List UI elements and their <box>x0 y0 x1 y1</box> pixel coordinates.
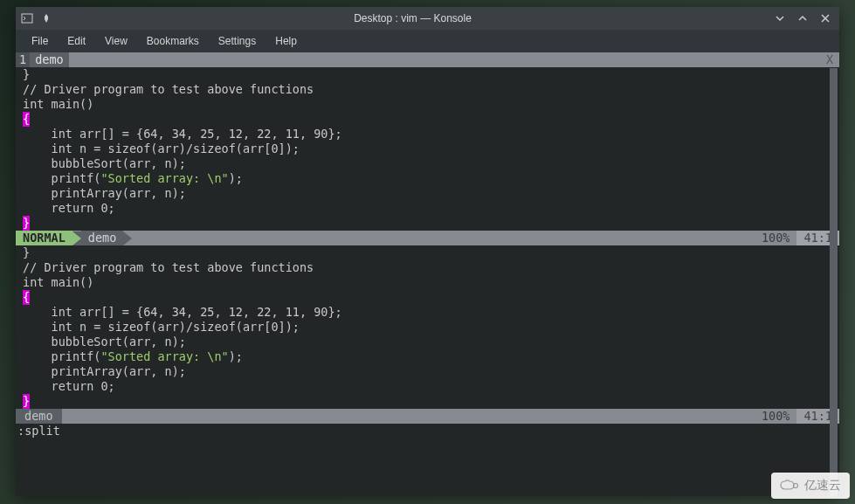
titlebar[interactable]: Desktop : vim — Konsole <box>16 7 839 30</box>
terminal-icon <box>21 12 33 24</box>
code-line: } <box>16 67 839 82</box>
scrollbar[interactable] <box>830 68 838 496</box>
tab-fill <box>69 52 820 67</box>
matchparen-open: { <box>23 112 30 127</box>
vim-commandline[interactable]: :split <box>16 424 839 438</box>
status-filename: demo <box>16 409 62 424</box>
menu-file[interactable]: File <box>23 32 57 50</box>
status-percent: 100% <box>755 231 797 245</box>
vim-statusline-active: NORMAL demo 100% 41:1 <box>16 231 839 245</box>
code-line: { <box>16 112 839 127</box>
vim-mode: NORMAL <box>16 231 72 245</box>
code-line: printf("Sorted array: \n"); <box>16 171 839 186</box>
vim-pane-top[interactable]: } // Driver program to test above functi… <box>16 67 839 231</box>
code-line: int main() <box>16 97 839 112</box>
menu-help[interactable]: Help <box>266 32 306 50</box>
code-line: return 0; <box>16 379 839 394</box>
maximize-button[interactable] <box>796 11 810 25</box>
status-filename: demo <box>81 231 124 245</box>
svg-rect-0 <box>22 14 32 23</box>
code-line: printArray(arr, n); <box>16 364 839 379</box>
code-line: bubbleSort(arr, n); <box>16 156 839 171</box>
menu-settings[interactable]: Settings <box>210 32 265 50</box>
code-line: int main() <box>16 275 839 290</box>
menu-bookmarks[interactable]: Bookmarks <box>138 32 208 50</box>
close-button[interactable] <box>818 11 832 25</box>
terminal-area[interactable]: 1 demo X } // Driver program to test abo… <box>16 52 839 496</box>
code-line: return 0; <box>16 201 839 216</box>
code-line: } <box>16 216 839 231</box>
menubar: File Edit View Bookmarks Settings Help <box>16 30 839 52</box>
code-line: printf("Sorted array: \n"); <box>16 349 839 364</box>
code-line: // Driver program to test above function… <box>16 82 839 97</box>
watermark-text: 亿速云 <box>804 478 841 494</box>
window-title: Desktop : vim — Konsole <box>52 12 773 24</box>
minimize-button[interactable] <box>773 11 787 25</box>
pin-icon[interactable] <box>40 12 52 24</box>
code-line: // Driver program to test above function… <box>16 260 839 275</box>
code-line: int n = sizeof(arr)/sizeof(arr[0]); <box>16 142 839 156</box>
menu-view[interactable]: View <box>96 32 136 50</box>
matchparen-close: } <box>23 394 30 409</box>
vim-statusline-inactive: demo 100% 41:1 <box>16 409 839 424</box>
vim-pane-bottom[interactable]: } // Driver program to test above functi… <box>16 245 839 409</box>
tab-name[interactable]: demo <box>30 52 69 67</box>
vim-tabline: 1 demo X <box>16 52 839 67</box>
matchparen-open: { <box>23 290 30 305</box>
menu-edit[interactable]: Edit <box>59 32 94 50</box>
status-percent: 100% <box>755 409 797 424</box>
code-line: } <box>16 245 839 260</box>
code-line: int n = sizeof(arr)/sizeof(arr[0]); <box>16 320 839 335</box>
matchparen-close: } <box>23 216 30 231</box>
tab-number[interactable]: 1 <box>16 52 30 67</box>
watermark: 亿速云 <box>771 473 850 499</box>
code-line: int arr[] = {64, 34, 25, 12, 22, 11, 90}… <box>16 127 839 142</box>
konsole-window: Desktop : vim — Konsole File Edit View B… <box>16 7 839 496</box>
code-line: } <box>16 394 839 409</box>
code-line: int arr[] = {64, 34, 25, 12, 22, 11, 90}… <box>16 305 839 320</box>
code-line: printArray(arr, n); <box>16 186 839 201</box>
code-line: bubbleSort(arr, n); <box>16 335 839 349</box>
tab-close[interactable]: X <box>820 52 839 67</box>
scrollbar-thumb[interactable] <box>830 68 838 496</box>
code-line: { <box>16 290 839 305</box>
